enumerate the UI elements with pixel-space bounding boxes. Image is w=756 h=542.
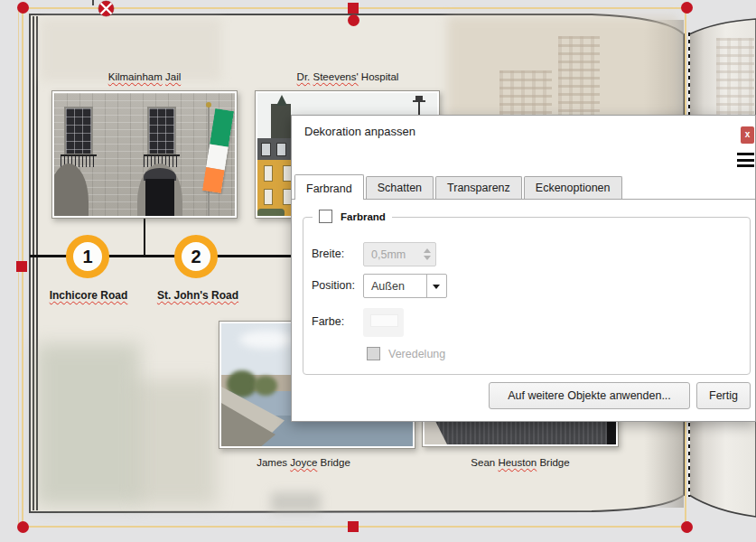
breite-label: Breite:	[312, 248, 344, 260]
breite-value: 0,5mm	[371, 248, 406, 261]
resize-handle-bottom-left[interactable]	[17, 521, 29, 533]
road-label-st-johns[interactable]: St. John's Road	[143, 289, 253, 302]
position-value: Außen	[371, 280, 405, 293]
resize-handle-left-center[interactable]	[16, 261, 27, 272]
resize-handle-top-center[interactable]	[348, 3, 359, 14]
farbrand-group: Farbrand Breite: 0,5mm Position: Außen F…	[303, 217, 751, 375]
veredelung-row: Veredelung	[367, 347, 445, 360]
timeline-connector	[144, 219, 145, 257]
page-edge-line	[33, 16, 34, 510]
position-dropdown[interactable]: Außen	[363, 274, 447, 298]
faded-window-grid	[558, 36, 600, 115]
caption-kilmainham-jail[interactable]: Kilmainham Jail	[77, 71, 212, 82]
veredelung-checkbox	[367, 347, 380, 360]
resize-handle-bottom-right[interactable]	[681, 521, 693, 533]
dropdown-arrow-icon[interactable]	[426, 275, 446, 297]
tab-transparenz[interactable]: Transparenz	[435, 176, 522, 199]
timeline-stop-2[interactable]: 2	[174, 235, 218, 278]
farbrand-group-label: Farbrand	[341, 211, 386, 222]
farbrand-group-legend: Farbrand	[313, 210, 392, 223]
tab-schatten[interactable]: Schatten	[366, 176, 434, 199]
move-rotate-icon[interactable]	[98, 0, 115, 17]
timeline-stop-number: 2	[191, 247, 201, 267]
farbe-color-button	[363, 308, 404, 337]
farbrand-checkbox[interactable]	[319, 210, 332, 223]
tab-eckenoptionen[interactable]: Eckenoptionen	[524, 176, 622, 199]
apply-to-more-objects-button[interactable]: Auf weitere Objekte anwenden...	[489, 382, 690, 409]
farbe-label: Farbe:	[312, 315, 344, 328]
faded-window-grid	[499, 70, 552, 115]
color-swatch	[370, 314, 398, 327]
photo-image	[54, 93, 235, 216]
guide-tick	[92, 0, 94, 5]
rotate-handle[interactable]	[348, 14, 359, 26]
faded-trees	[135, 379, 217, 506]
faded-shadow	[271, 492, 321, 512]
photo-kilmainham-jail[interactable]	[51, 90, 238, 219]
breite-spinner: 0,5mm	[363, 242, 436, 266]
timeline-stop-number: 1	[82, 247, 92, 267]
veredelung-label: Veredelung	[388, 348, 445, 360]
editor-canvas: 1 2 Inchicore Road St. John's Road Kilma…	[0, 0, 756, 542]
dialog-title: Dekoration anpassen	[304, 125, 415, 138]
position-label: Position:	[312, 279, 355, 292]
tab-bar: Farbrand Schatten Transparenz Eckenoptio…	[294, 174, 624, 199]
close-button[interactable]: x	[741, 126, 754, 144]
spinner-down-icon	[424, 256, 431, 260]
caption-james-joyce-bridge[interactable]: James Joyce Bridge	[236, 457, 371, 468]
spinner-up-icon	[424, 248, 431, 253]
faded-window-grid	[716, 38, 754, 121]
dialog-dekoration-anpassen: Dekoration anpassen x Farbrand Schatten …	[291, 115, 756, 422]
faded-trees	[36, 343, 140, 506]
tab-farbrand[interactable]: Farbrand	[294, 174, 364, 200]
road-label-inchicore[interactable]: Inchicore Road	[33, 289, 144, 302]
caption-sean-heuston-bridge[interactable]: Sean Heuston Bridge	[453, 457, 588, 468]
menu-icon[interactable]	[737, 153, 754, 171]
timeline-stop-1[interactable]: 1	[66, 235, 109, 278]
caption-dr-steevens-hospital[interactable]: Dr. Steevens' Hospital	[280, 71, 415, 82]
fertig-button[interactable]: Fertig	[696, 382, 751, 409]
resize-handle-top-left[interactable]	[17, 2, 29, 14]
resize-handle-bottom-center[interactable]	[348, 521, 359, 532]
resize-handle-top-right[interactable]	[681, 2, 693, 14]
